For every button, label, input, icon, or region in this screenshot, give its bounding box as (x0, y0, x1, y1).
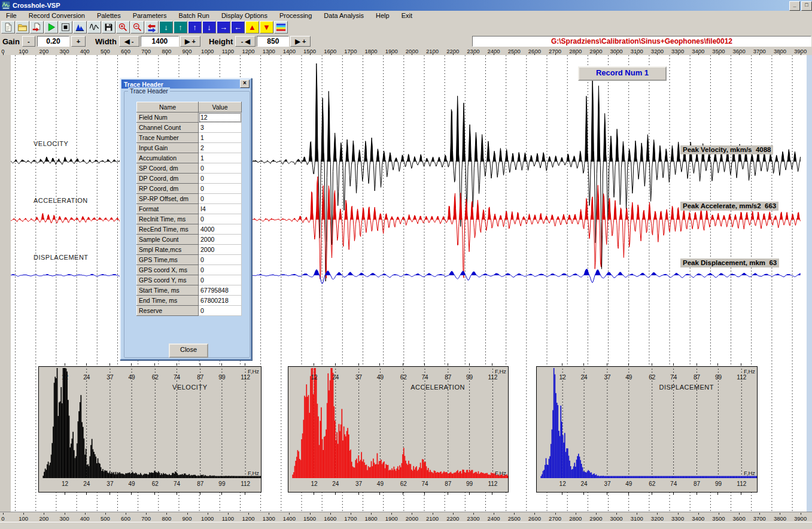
height-increase-button[interactable]: ▶ + (290, 36, 311, 47)
width-decrease-button[interactable]: ◀ - (119, 36, 139, 47)
zoom-out-button[interactable] (130, 21, 144, 34)
menu-item-file[interactable]: File (0, 11, 23, 20)
swap-direction-icon (145, 22, 158, 33)
new-record-button[interactable] (1, 21, 15, 34)
chart-outer-tick (110, 363, 110, 366)
minimize-button[interactable]: _ (789, 1, 800, 11)
freq-tick-label: 12 (62, 374, 68, 381)
menu-item-processing[interactable]: Processing (273, 11, 318, 20)
menu-item-display-options[interactable]: Display Options (215, 11, 273, 20)
chart-outer-tick (469, 492, 470, 495)
field-value-cell[interactable]: 0 (199, 174, 242, 184)
trace-header-row: DP Coord, dm0 (137, 174, 242, 184)
ruler-label: 200 (39, 515, 48, 522)
ruler-label: 2700 (549, 515, 561, 522)
palette-button[interactable] (274, 21, 288, 34)
status-bar (0, 522, 812, 529)
field-value-cell[interactable]: 0 (199, 275, 242, 285)
start-button[interactable] (44, 21, 58, 34)
move-up-button[interactable]: ↑ (174, 21, 187, 34)
chart-outer-tick (177, 363, 177, 366)
field-value-cell[interactable]: 0 (199, 214, 242, 224)
scroll-down-button[interactable]: ↓ (202, 21, 216, 34)
field-value-cell[interactable]: 2 (199, 143, 242, 153)
menu-item-data-analysis[interactable]: Data Analysis (318, 11, 370, 20)
open-file-button[interactable] (16, 21, 29, 34)
field-value-cell[interactable]: I4 (199, 204, 242, 214)
spectrum-view-button[interactable] (73, 21, 87, 34)
chart-outer-tick (717, 363, 718, 366)
width-increase-button[interactable]: ▶ + (180, 36, 200, 47)
height-decrease-button[interactable]: - ◀ (235, 36, 256, 47)
scroll-right-button[interactable]: → (217, 21, 230, 34)
peak-value-label: Peak Displacement, mkm 63 (680, 259, 779, 267)
chart-outer-tick (86, 492, 87, 495)
close-button[interactable]: Close (169, 343, 208, 358)
height-input[interactable] (257, 36, 289, 47)
field-value-cell[interactable]: 0 (199, 255, 242, 265)
field-value-cell[interactable]: 4000 (199, 224, 242, 235)
ruler-label: 0 (1, 515, 4, 522)
field-value-cell[interactable]: 0 (199, 194, 242, 204)
trace-header-row: GPS coord Y, ms0 (137, 275, 242, 285)
trace-header-row: GPS Time,ms0 (137, 255, 242, 265)
save-record-as-button[interactable] (30, 21, 44, 34)
width-input[interactable] (141, 36, 179, 47)
menu-item-record-conversion[interactable]: Record Conversion (23, 11, 91, 20)
menu-item-parameters[interactable]: Parameters (127, 11, 173, 20)
freq-tick-label: 62 (152, 374, 159, 381)
menu-item-batch-run[interactable]: Batch Run (173, 11, 215, 20)
ruler-tick (208, 513, 208, 515)
freq-tick-label: 37 (604, 481, 610, 487)
field-value-cell[interactable]: 1 (199, 133, 242, 143)
spectrum-plot (537, 367, 757, 491)
freq-tick-label: 37 (107, 374, 113, 381)
field-value-cell[interactable]: 12 (199, 113, 242, 123)
field-name-cell: DP Coord, dm (137, 174, 199, 184)
field-value-cell[interactable]: 1 (199, 153, 242, 163)
ruler-tick (555, 513, 556, 515)
field-name-cell: RP Coord, dm (137, 184, 199, 194)
stop-button[interactable] (59, 21, 72, 34)
scroll-left-button[interactable]: ← (231, 21, 245, 34)
gain-up-button[interactable]: ▲ (245, 21, 259, 34)
ruler-label: 3600 (733, 515, 746, 522)
menu-item-exit[interactable]: Exit (396, 11, 418, 20)
ruler-label: 700 (141, 515, 151, 522)
freq-tick-label: 24 (83, 481, 90, 487)
ruler-label: 2000 (406, 515, 418, 522)
menu-item-help[interactable]: Help (370, 11, 396, 20)
field-value-cell[interactable]: 67795848 (199, 285, 242, 296)
freq-tick-label: 87 (445, 481, 451, 487)
ruler-tick (166, 513, 167, 515)
field-value-cell[interactable]: 3 (199, 123, 242, 133)
zoom-in-button[interactable] (116, 21, 130, 34)
gain-decrease-button[interactable]: - (22, 36, 35, 47)
field-value-cell[interactable]: 0 (199, 184, 242, 194)
field-value-cell[interactable]: 0 (199, 265, 242, 275)
dialog-close-icon[interactable]: × (240, 80, 250, 88)
swap-direction-button[interactable] (145, 21, 159, 34)
maximize-button[interactable]: □ (801, 1, 812, 11)
field-value-cell[interactable]: 0 (199, 163, 242, 174)
freq-tick-label: 12 (62, 481, 68, 487)
save-record-as-icon (31, 22, 43, 33)
ruler-label: 2300 (467, 515, 479, 522)
chart-outer-tick (221, 363, 222, 366)
chart-outer-tick (628, 363, 629, 366)
field-value-cell[interactable]: 0 (199, 306, 242, 316)
field-value-cell[interactable]: 2000 (199, 245, 242, 255)
chart-outer-tick (469, 363, 470, 366)
waveform-view-button[interactable] (87, 21, 101, 34)
gain-input[interactable] (37, 36, 69, 47)
menu-item-palettes[interactable]: Palettes (91, 11, 127, 20)
scroll-up-button[interactable]: ↑ (188, 21, 202, 34)
move-down-button[interactable]: ↓ (159, 21, 173, 34)
gain-increase-button[interactable]: + (71, 36, 86, 47)
gain-down-button[interactable]: ▼ (260, 21, 273, 34)
freq-tick-label: 112 (737, 374, 746, 381)
ruler-tick (248, 513, 249, 515)
field-value-cell[interactable]: 67800218 (199, 296, 242, 306)
save-button[interactable] (102, 21, 115, 34)
field-value-cell[interactable]: 2000 (199, 235, 242, 245)
